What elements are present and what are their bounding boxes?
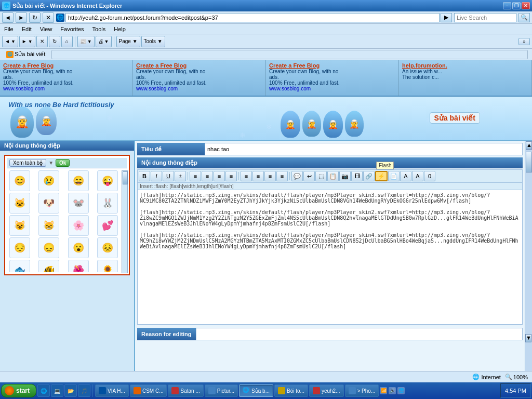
emoticon-6[interactable]: 🐶 xyxy=(38,193,59,214)
align-left-button[interactable]: ≡ xyxy=(190,171,201,181)
menu-edit[interactable]: Edit xyxy=(20,25,34,33)
forward-tool-button[interactable]: ► ▼ xyxy=(19,36,35,47)
emoticon-20[interactable]: 🌻 xyxy=(97,260,118,272)
taskbar-item-yeuh[interactable]: yeuh2... xyxy=(309,384,344,397)
reason-input[interactable] xyxy=(196,328,523,340)
quick-launch-4[interactable]: 🎵 xyxy=(78,384,90,397)
tools-button[interactable]: Tools ▼ xyxy=(141,36,165,47)
menu-file[interactable]: File xyxy=(2,25,16,33)
copy-button[interactable]: 📋 xyxy=(327,171,339,181)
taskbar-item-csm[interactable]: CSM C... xyxy=(130,384,167,397)
expand-toolbar-button[interactable]: » xyxy=(518,38,530,45)
tray-icon-1: 📶 xyxy=(380,387,387,394)
menu-tools[interactable]: Tools xyxy=(90,25,108,33)
fav-tab[interactable]: 🌐 Sửa bài viết xyxy=(4,50,47,59)
flash-button[interactable]: ⚡ Flash xyxy=(375,171,388,181)
refresh-tool-button[interactable]: ↻ xyxy=(49,36,60,47)
emoticon-3[interactable]: 😄 xyxy=(68,170,89,191)
scrollbar-up-arrow[interactable]: ▲ xyxy=(526,141,532,150)
emoticon-4[interactable]: 😜 xyxy=(97,170,118,191)
editor-textarea[interactable]: [flash]http://static.mp3.zing.vn/skins/d… xyxy=(137,190,523,325)
emoticon-scrollbar[interactable] xyxy=(122,170,128,273)
underline-button[interactable]: U xyxy=(163,171,174,181)
quote-button[interactable]: 💬 xyxy=(291,171,303,181)
scrollbar-down-arrow[interactable]: ▼ xyxy=(525,334,531,342)
emoticon-17[interactable]: 🐟 xyxy=(9,260,30,272)
emoticon-16[interactable]: 😣 xyxy=(97,237,118,258)
taskbar-item-satan[interactable]: Satan ... xyxy=(168,384,203,397)
forward-button[interactable]: ► xyxy=(16,12,27,23)
align-center-button[interactable]: ≡ xyxy=(202,171,213,181)
emoticon-2[interactable]: 😢 xyxy=(38,170,59,191)
back-tool-button[interactable]: ◄ ▼ xyxy=(2,36,18,47)
taskbar-item-sua[interactable]: 🌐 Sửa b... xyxy=(239,384,273,397)
list4-button[interactable]: ≡ xyxy=(276,171,288,181)
start-button[interactable]: start xyxy=(1,384,36,397)
menu-favorites[interactable]: Favorites xyxy=(58,25,86,33)
bold-button[interactable]: B xyxy=(139,171,150,181)
italic-button[interactable]: I xyxy=(151,171,162,181)
ad-title-2[interactable]: Create a Free Blog xyxy=(136,62,262,69)
ed-btn-extra1[interactable]: 📄 xyxy=(388,171,400,181)
emoticon-9[interactable]: 😺 xyxy=(9,215,30,236)
page-button[interactable]: Page ▼ xyxy=(116,36,140,47)
taskbar-item-pho[interactable]: > Pho... xyxy=(345,384,379,397)
list1-button[interactable]: ≡ xyxy=(241,171,252,181)
stop-button[interactable]: ✕ xyxy=(43,12,54,23)
emoticon-12[interactable]: 💕 xyxy=(97,215,118,236)
minimize-button[interactable]: – xyxy=(503,2,511,9)
go-button[interactable]: ▶ xyxy=(441,13,452,22)
strikethrough-button[interactable]: ± xyxy=(175,171,186,181)
feeds-button[interactable]: 📰 ▼ xyxy=(77,36,95,47)
search-button[interactable]: 🔍 xyxy=(518,13,530,22)
emoticon-1[interactable]: 😊 xyxy=(9,170,30,191)
quick-launch-ie[interactable]: 🌐 xyxy=(37,384,50,397)
home-tool-button[interactable]: ⌂ xyxy=(61,36,73,47)
view-all-button[interactable]: Xem toàn bộ xyxy=(9,159,46,167)
ad-title-3[interactable]: Create a Free Blog xyxy=(269,62,395,69)
close-button[interactable]: ✕ xyxy=(522,2,530,9)
back-button[interactable]: ◄ xyxy=(2,12,14,23)
address-input[interactable] xyxy=(65,13,440,22)
image-button[interactable]: 📷 xyxy=(339,171,351,181)
taskbar-item-boi[interactable]: Bói to... xyxy=(274,384,308,397)
align-justify-button[interactable]: ≡ xyxy=(225,171,237,181)
emoticon-19[interactable]: 🌺 xyxy=(68,260,89,272)
taskbar-item-via[interactable]: VIA H... xyxy=(95,384,129,397)
title-input[interactable] xyxy=(205,143,523,155)
ok-button[interactable]: Ok xyxy=(56,159,70,167)
emoticon-14[interactable]: 😞 xyxy=(38,237,59,258)
quick-launch-2[interactable]: 💻 xyxy=(51,384,63,397)
list2-button[interactable]: ≡ xyxy=(252,171,264,181)
emoticon-11[interactable]: 🌸 xyxy=(68,215,89,236)
quick-launch-3[interactable]: 📂 xyxy=(64,384,77,397)
ad-title-4[interactable]: help.forumotion. xyxy=(402,62,528,69)
restore-button[interactable]: ❐ xyxy=(512,2,521,9)
link-button[interactable]: 🔗 xyxy=(363,171,375,181)
refresh-button[interactable]: ↻ xyxy=(29,12,41,23)
emoticon-15[interactable]: 😮 xyxy=(68,237,89,258)
emoticon-18[interactable]: 🐠 xyxy=(38,260,59,272)
ed-btn-extra3[interactable]: A xyxy=(412,171,423,181)
ed-btn-extra2[interactable]: A xyxy=(400,171,411,181)
menu-help[interactable]: Help xyxy=(112,25,128,33)
emoticon-5[interactable]: 🐱 xyxy=(9,193,30,214)
table-button[interactable]: ⬚ xyxy=(315,171,327,181)
ed-btn-extra4[interactable]: 0 xyxy=(424,171,435,181)
ad-title-1[interactable]: Create a Free Blog xyxy=(3,62,129,69)
emoticon-10[interactable]: 😸 xyxy=(38,215,59,236)
ad-text-4: An issue with w...The solution c... xyxy=(402,69,528,80)
emoticon-8[interactable]: 🐰 xyxy=(97,193,118,214)
emoticon-7[interactable]: 🐭 xyxy=(68,193,89,214)
stop-tool-button[interactable]: ✕ xyxy=(36,36,48,47)
print-button[interactable]: 🖨 ▼ xyxy=(96,36,112,47)
menu-view[interactable]: View xyxy=(38,25,55,33)
main-scrollbar[interactable]: ▲ ▼ xyxy=(525,141,532,371)
video-button[interactable]: 🎞 xyxy=(351,171,363,181)
undo-button[interactable]: ↩ xyxy=(303,171,315,181)
list3-button[interactable]: ≡ xyxy=(264,171,276,181)
align-right-button[interactable]: ≡ xyxy=(214,171,225,181)
emoticon-13[interactable]: 😔 xyxy=(9,237,30,258)
taskbar-item-pictur[interactable]: Pictur... xyxy=(205,384,238,397)
search-input[interactable] xyxy=(454,13,516,22)
